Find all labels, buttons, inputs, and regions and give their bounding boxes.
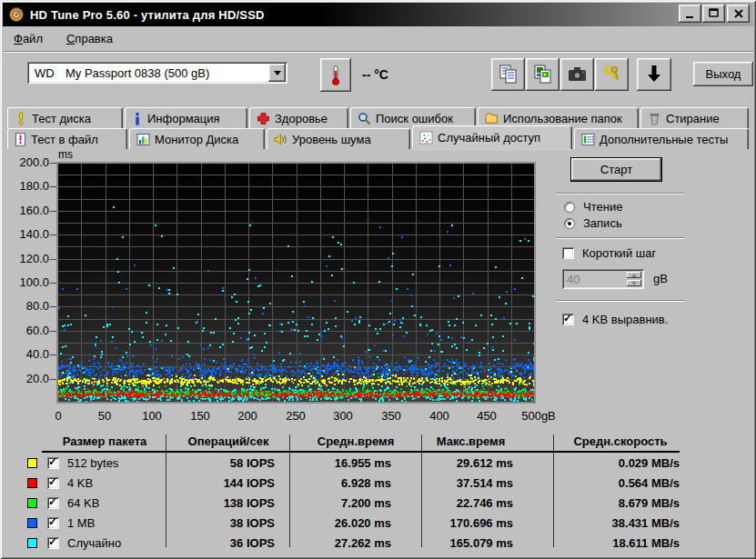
folder-icon xyxy=(485,112,499,125)
read-radio-label[interactable]: Чтение xyxy=(583,200,622,214)
col-header-avg-speed: Средн.скорость xyxy=(559,434,681,448)
information-icon xyxy=(132,112,143,125)
random-access-plot xyxy=(56,162,536,404)
close-button[interactable] xyxy=(727,5,750,23)
tab-disk-test[interactable]: Тест диска xyxy=(7,107,123,128)
iops-cell: 36 IOPS xyxy=(173,536,275,550)
drive-model: My Passport 0838 (500 gB) xyxy=(66,66,209,80)
y-tick-label: 100.0 xyxy=(7,275,49,289)
packet-size-cell: Случайно xyxy=(67,536,121,550)
series-checkbox[interactable] xyxy=(47,477,59,489)
max-time-cell: 29.612 ms xyxy=(400,456,513,470)
menu-bar: Файл Справка xyxy=(3,27,113,50)
col-header-avg-time: Средн.время xyxy=(297,434,414,448)
align-checkbox-label[interactable]: 4 KB выравнив. xyxy=(582,313,668,326)
series-checkbox[interactable] xyxy=(47,517,59,529)
y-axis-unit: ms xyxy=(58,148,73,161)
series-checkbox[interactable] xyxy=(47,537,59,549)
tab-noise-level[interactable]: Уровень шума xyxy=(267,128,410,149)
series-color-swatch xyxy=(27,478,37,488)
stride-value: 40 xyxy=(567,273,580,286)
tab-erase[interactable]: Стирание xyxy=(640,107,749,128)
down-arrow-icon xyxy=(643,64,665,85)
camera-icon xyxy=(567,64,589,85)
align-checkbox[interactable] xyxy=(562,314,574,325)
temperature-button[interactable] xyxy=(320,58,351,92)
packet-size-cell: 4 KB xyxy=(67,476,93,490)
drive-selector-dropdown[interactable] xyxy=(268,64,286,82)
trash-icon xyxy=(648,112,661,125)
max-time-cell: 22.746 ms xyxy=(400,496,513,510)
stride-unit-label: gB xyxy=(653,272,668,285)
spinner-buttons[interactable] xyxy=(627,272,641,286)
tab-label: Монитор Диска xyxy=(155,133,238,146)
spin-down-button[interactable] xyxy=(627,280,641,286)
avg-time-cell: 6.928 ms xyxy=(282,476,391,490)
scatter-canvas xyxy=(57,163,535,403)
minimize-button[interactable] xyxy=(679,5,701,23)
read-radio[interactable] xyxy=(564,202,575,213)
copy-text-button[interactable] xyxy=(491,58,525,91)
y-tick-label: 140.0 xyxy=(7,227,49,241)
avg-speed-cell: 18.611 MB/s xyxy=(559,536,680,550)
start-button-label: Старт xyxy=(600,163,632,176)
options-button[interactable] xyxy=(595,58,629,91)
series-color-swatch xyxy=(27,538,37,548)
minimize-icon xyxy=(683,6,698,21)
iops-cell: 144 IOPS xyxy=(173,476,275,490)
short-stride-label[interactable]: Короткий шаг xyxy=(582,246,656,260)
spin-up-button[interactable] xyxy=(627,272,641,278)
menu-file[interactable]: Файл xyxy=(14,32,43,45)
tab-disk-monitor[interactable]: Монитор Диска xyxy=(129,128,265,149)
health-cross-icon xyxy=(257,112,270,125)
save-results-button[interactable] xyxy=(637,58,671,91)
tab-information[interactable]: Информация xyxy=(125,107,247,128)
disk-test-icon xyxy=(15,112,27,125)
start-button[interactable]: Старт xyxy=(570,157,662,182)
stride-spinner[interactable]: 40 xyxy=(562,269,644,289)
avg-speed-cell: 0.564 MB/s xyxy=(559,476,680,490)
y-tick-label: 180.0 xyxy=(7,179,49,193)
series-checkbox[interactable] xyxy=(47,497,59,509)
up-arrow-icon xyxy=(631,274,637,277)
tab-random-access[interactable]: Случайный доступ xyxy=(412,125,572,149)
exit-button[interactable]: Выход xyxy=(693,62,753,86)
short-stride-checkbox[interactable] xyxy=(562,247,574,259)
menu-help[interactable]: Справка xyxy=(66,32,113,45)
tab-health[interactable]: Здоровье xyxy=(249,107,348,128)
maximize-icon xyxy=(707,6,721,21)
copy-image-button[interactable] xyxy=(526,58,559,91)
magnifier-icon xyxy=(358,112,371,125)
series-checkbox[interactable] xyxy=(47,457,59,469)
write-radio-label[interactable]: Запись xyxy=(583,216,622,230)
drive-selector[interactable]: WD My Passport 0838 (500 gB) xyxy=(27,62,287,84)
iops-cell: 58 IOPS xyxy=(173,456,275,470)
series-color-swatch xyxy=(27,458,37,468)
y-tick-label: 40.0 xyxy=(7,347,49,361)
file-test-icon xyxy=(15,133,26,146)
tab-extra-tests[interactable]: Дополнительные тесты xyxy=(574,128,749,149)
drive-vendor: WD xyxy=(35,66,66,80)
wrench-icon xyxy=(601,64,623,85)
col-header-max-time: Макс.время xyxy=(414,434,528,448)
x-tick-label: 50 xyxy=(98,409,111,423)
tab-file-benchmark[interactable]: Тест в файл xyxy=(7,128,127,149)
x-tick-label: 450 xyxy=(477,409,497,423)
exit-button-label: Выход xyxy=(706,67,741,81)
avg-speed-cell: 0.029 MB/s xyxy=(559,456,680,470)
series-color-swatch xyxy=(27,518,37,528)
x-tick-label: 300 xyxy=(333,409,353,423)
toolbar-divider xyxy=(3,51,753,53)
y-tick-label: 200.0 xyxy=(7,155,49,169)
avg-speed-cell: 38.431 MB/s xyxy=(559,516,680,530)
tab-label: Дополнительные тесты xyxy=(600,133,728,146)
packet-size-cell: 512 bytes xyxy=(67,456,118,470)
column-separator xyxy=(553,434,554,547)
screenshot-button[interactable] xyxy=(560,58,594,91)
write-radio[interactable] xyxy=(564,218,575,229)
avg-speed-cell: 8.679 MB/s xyxy=(559,496,680,510)
tab-label: Здоровье xyxy=(275,112,328,125)
maximize-button[interactable] xyxy=(702,5,725,23)
avg-time-cell: 7.200 ms xyxy=(282,496,391,510)
column-separator xyxy=(166,434,166,547)
